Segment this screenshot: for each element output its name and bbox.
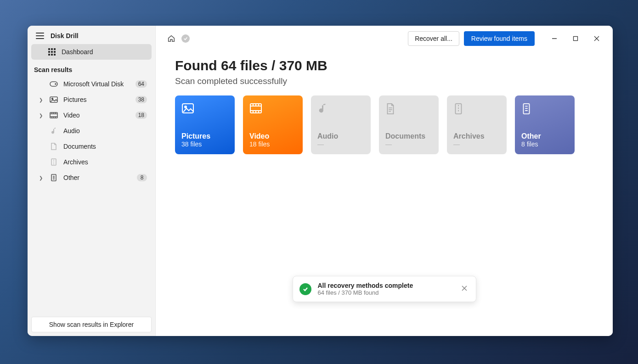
toast-sub: 64 files / 370 MB found <box>318 289 453 296</box>
sidebar-item-audio[interactable]: Audio <box>31 123 152 139</box>
review-found-items-button[interactable]: Review found items <box>464 31 535 46</box>
svg-rect-3 <box>48 51 50 53</box>
sidebar-item-pictures[interactable]: ❯ Pictures 38 <box>31 92 152 107</box>
subline: Scan completed successfully <box>175 76 593 86</box>
sidebar: Disk Drill Dashboard Scan results Micros… <box>28 26 156 336</box>
maximize-button[interactable] <box>565 32 586 45</box>
card-title: Documents <box>385 132 432 140</box>
card-video[interactable]: Video 18 files <box>243 95 303 154</box>
main-content: Found 64 files / 370 MB Scan completed s… <box>156 50 613 162</box>
sidebar-item-label: Video <box>63 112 130 119</box>
film-icon <box>50 111 58 119</box>
music-note-icon <box>50 127 58 135</box>
sidebar-item-badge: 64 <box>136 80 147 88</box>
card-title: Pictures <box>181 132 228 140</box>
card-sub: 38 files <box>181 140 228 148</box>
grid-icon <box>48 48 56 56</box>
hamburger-icon[interactable] <box>36 33 44 39</box>
home-icon[interactable] <box>166 33 177 44</box>
card-title: Audio <box>317 132 364 140</box>
svg-rect-7 <box>51 54 53 56</box>
minimize-button[interactable] <box>544 32 565 45</box>
window-controls <box>544 32 607 45</box>
show-in-explorer-button[interactable]: Show scan results in Explorer <box>31 317 152 332</box>
film-icon <box>249 103 262 116</box>
main-area: Recover all... Review found items Found … <box>156 26 613 336</box>
music-note-icon <box>317 103 330 116</box>
recover-all-button[interactable]: Recover all... <box>408 31 459 46</box>
image-icon <box>181 103 194 116</box>
card-other[interactable]: Other 8 files <box>515 95 575 154</box>
card-pictures[interactable]: Pictures 38 files <box>175 95 235 154</box>
sidebar-item-label: Documents <box>63 143 147 150</box>
sidebar-item-label: Other <box>63 174 131 181</box>
sidebar-item-badge: 38 <box>136 96 147 103</box>
image-icon <box>50 95 58 104</box>
document-icon <box>385 103 398 116</box>
svg-rect-2 <box>54 48 56 50</box>
svg-rect-29 <box>574 37 578 41</box>
sidebar-section-main: Dashboard <box>28 44 155 60</box>
toolbar: Recover all... Review found items <box>156 26 613 50</box>
sidebar-item-label: Archives <box>63 158 147 166</box>
card-title: Archives <box>453 132 500 140</box>
sidebar-item-other[interactable]: ❯ Other 8 <box>31 170 152 185</box>
sidebar-item-dashboard[interactable]: Dashboard <box>31 44 152 60</box>
svg-rect-6 <box>48 54 50 56</box>
close-button[interactable] <box>586 32 607 45</box>
sidebar-item-label: Dashboard <box>62 48 147 56</box>
card-archives: Archives — <box>447 95 507 154</box>
chevron-right-icon: ❯ <box>38 175 44 180</box>
card-sub: — <box>317 140 364 148</box>
svg-rect-0 <box>48 48 50 50</box>
card-title: Other <box>521 132 568 140</box>
sidebar-heading-scan-results: Scan results <box>28 60 155 76</box>
sidebar-section-results: Microsoft Virtual Disk 64 ❯ Pictures 38 … <box>28 76 155 185</box>
checkmark-badge-icon[interactable] <box>181 34 190 43</box>
svg-point-33 <box>185 106 186 108</box>
archive-icon <box>453 103 466 116</box>
sidebar-footer: Show scan results in Explorer <box>28 313 155 336</box>
headline: Found 64 files / 370 MB <box>175 58 593 73</box>
card-sub: 8 files <box>521 140 568 148</box>
other-file-icon <box>50 174 58 182</box>
svg-rect-4 <box>51 51 53 53</box>
toast-close-button[interactable] <box>459 283 469 295</box>
toast: All recovery methods complete 64 files /… <box>293 276 476 302</box>
app-window: Disk Drill Dashboard Scan results Micros… <box>28 26 613 336</box>
svg-point-10 <box>55 84 56 84</box>
svg-rect-8 <box>54 54 56 56</box>
card-sub: — <box>385 140 432 148</box>
document-icon <box>50 142 58 151</box>
archive-icon <box>50 158 58 166</box>
toast-title: All recovery methods complete <box>318 282 453 289</box>
sidebar-item-disk[interactable]: Microsoft Virtual Disk 64 <box>31 76 152 92</box>
sidebar-item-label: Microsoft Virtual Disk <box>63 80 130 88</box>
sidebar-item-badge: 8 <box>137 174 147 181</box>
sidebar-item-archives[interactable]: Archives <box>31 154 152 170</box>
svg-point-12 <box>52 98 53 100</box>
category-cards: Pictures 38 files Video 18 files <box>175 95 593 154</box>
svg-rect-5 <box>54 51 56 53</box>
card-sub: 18 files <box>249 140 296 148</box>
app-title: Disk Drill <box>51 32 79 39</box>
other-file-icon <box>521 103 534 116</box>
sidebar-item-video[interactable]: ❯ Video 18 <box>31 107 152 123</box>
chevron-right-icon: ❯ <box>38 113 44 118</box>
sidebar-item-label: Audio <box>63 127 147 134</box>
svg-rect-1 <box>51 48 53 50</box>
check-circle-icon <box>299 283 311 295</box>
card-sub: — <box>453 140 500 148</box>
disk-icon <box>50 80 58 88</box>
sidebar-header: Disk Drill <box>28 26 155 44</box>
sidebar-item-documents[interactable]: Documents <box>31 139 152 154</box>
chevron-right-icon: ❯ <box>38 97 44 102</box>
sidebar-item-badge: 18 <box>136 112 147 119</box>
card-title: Video <box>249 132 296 140</box>
card-documents: Documents — <box>379 95 439 154</box>
card-audio: Audio — <box>311 95 371 154</box>
sidebar-item-label: Pictures <box>63 96 130 103</box>
